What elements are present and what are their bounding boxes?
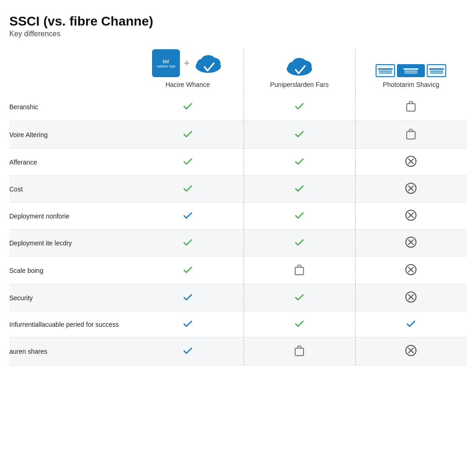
server-line-thin-6 bbox=[430, 73, 443, 73]
col1-label: Hacire Whance bbox=[165, 81, 210, 88]
server-line-2 bbox=[403, 68, 418, 70]
col3-label: Phototarim Shavicg bbox=[383, 81, 439, 88]
feature-cell: Cost bbox=[9, 176, 132, 203]
col2-cell bbox=[244, 311, 355, 337]
feature-cell: Afferance bbox=[9, 149, 132, 176]
feature-cell: auren shares bbox=[9, 337, 132, 365]
server-line-thin-2 bbox=[379, 73, 392, 73]
x-circle-icon bbox=[405, 291, 417, 303]
table-header-row: in! naliice bye + Hacire Whance bbox=[9, 49, 467, 93]
svg-rect-29 bbox=[295, 348, 304, 356]
feature-header bbox=[9, 49, 132, 93]
bag-icon bbox=[405, 99, 416, 112]
col2-cell bbox=[244, 284, 355, 311]
x-circle-icon bbox=[405, 182, 417, 194]
check-green-icon bbox=[182, 156, 193, 167]
col2-header: Puniperslarden Fars bbox=[244, 49, 355, 93]
col1-cell bbox=[132, 257, 244, 284]
check-green-icon bbox=[182, 100, 193, 112]
table-row: Afferance bbox=[9, 149, 467, 176]
table-row: Cost bbox=[9, 176, 467, 203]
table-row: Beranshic bbox=[9, 93, 467, 121]
table-row: auren shares bbox=[9, 337, 467, 365]
check-blue-icon bbox=[182, 210, 193, 221]
col3-cell bbox=[355, 149, 467, 176]
check-green-icon bbox=[182, 128, 193, 139]
x-circle-icon bbox=[405, 344, 417, 357]
x-circle-icon bbox=[405, 155, 417, 167]
check-green-icon bbox=[294, 291, 305, 303]
col2-cell bbox=[244, 121, 355, 149]
server-line-thin-4 bbox=[404, 73, 417, 73]
svg-rect-22 bbox=[295, 267, 304, 275]
table-body: Beranshic Voire Altering Afferance Cost … bbox=[9, 93, 467, 365]
check-green-icon bbox=[182, 264, 193, 275]
col3-cell bbox=[355, 311, 467, 337]
x-circle-icon bbox=[405, 264, 417, 276]
col1-cell bbox=[132, 149, 244, 176]
check-blue-icon bbox=[405, 318, 416, 329]
check-green-icon bbox=[182, 237, 193, 248]
col2-cell bbox=[244, 93, 355, 121]
check-green-icon bbox=[294, 237, 305, 248]
col1-cell bbox=[132, 230, 244, 257]
check-green-icon bbox=[294, 128, 305, 139]
col1-cell bbox=[132, 311, 244, 337]
feature-cell: Voire Altering bbox=[9, 121, 132, 149]
check-blue-icon bbox=[182, 345, 193, 356]
server-block-1 bbox=[376, 64, 395, 77]
col1-cell bbox=[132, 121, 244, 149]
svg-rect-8 bbox=[407, 104, 415, 111]
col3-cell bbox=[355, 121, 467, 149]
col2-cell bbox=[244, 337, 355, 365]
page-title: SSCI (vs. fibre Channe) bbox=[9, 14, 467, 29]
col1-icon-wrap: in! naliice bye + bbox=[132, 49, 244, 77]
box-icon-text: in! bbox=[163, 59, 169, 64]
col3-header: Phototarim Shavicg bbox=[355, 49, 467, 93]
feature-cell: Beranshic bbox=[9, 93, 132, 121]
check-blue-icon bbox=[182, 318, 193, 329]
col2-label: Puniperslarden Fars bbox=[270, 81, 329, 88]
feature-cell: Deployment ite lecdry bbox=[9, 230, 132, 257]
server-line-3 bbox=[429, 68, 444, 70]
x-circle-icon bbox=[405, 236, 417, 248]
server-line-thin-3 bbox=[404, 71, 417, 72]
col3-cell bbox=[355, 337, 467, 365]
col1-cell bbox=[132, 93, 244, 121]
col2-cell bbox=[244, 149, 355, 176]
comparison-table: in! naliice bye + Hacire Whance bbox=[9, 49, 467, 365]
table-row: Voire Altering bbox=[9, 121, 467, 149]
server-line bbox=[378, 68, 393, 70]
col1-header: in! naliice bye + Hacire Whance bbox=[132, 49, 244, 93]
col2-icon-wrap bbox=[244, 55, 355, 77]
box-icon: in! naliice bye bbox=[152, 49, 180, 77]
check-green-icon bbox=[294, 183, 305, 194]
col3-cell bbox=[355, 203, 467, 230]
col1-icon-row: in! naliice bye + bbox=[152, 49, 223, 77]
feature-cell: Deployment nonforie bbox=[9, 203, 132, 230]
server-group bbox=[376, 64, 446, 77]
col3-cell bbox=[355, 230, 467, 257]
bag-icon bbox=[405, 127, 416, 140]
bag-icon bbox=[294, 344, 305, 357]
table-row: Deployment nonforie bbox=[9, 203, 467, 230]
check-green-icon bbox=[182, 183, 193, 194]
table-row: Infurrentiallacuable peried for success bbox=[9, 311, 467, 337]
col1-cell bbox=[132, 176, 244, 203]
table-row: Scale boing bbox=[9, 257, 467, 284]
col3-cell bbox=[355, 257, 467, 284]
col2-cell bbox=[244, 257, 355, 284]
server-line-thin bbox=[379, 71, 392, 72]
svg-point-7 bbox=[292, 58, 307, 70]
feature-cell: Security bbox=[9, 284, 132, 311]
svg-point-3 bbox=[201, 55, 216, 67]
server-line-thin-5 bbox=[430, 71, 443, 72]
server-block-3 bbox=[427, 64, 446, 77]
col3-cell bbox=[355, 93, 467, 121]
check-green-icon bbox=[294, 156, 305, 167]
table-row: Security bbox=[9, 284, 467, 311]
col3-cell bbox=[355, 284, 467, 311]
table-row: Deployment ite lecdry bbox=[9, 230, 467, 257]
col3-cell bbox=[355, 176, 467, 203]
cloud-icon bbox=[193, 52, 223, 74]
